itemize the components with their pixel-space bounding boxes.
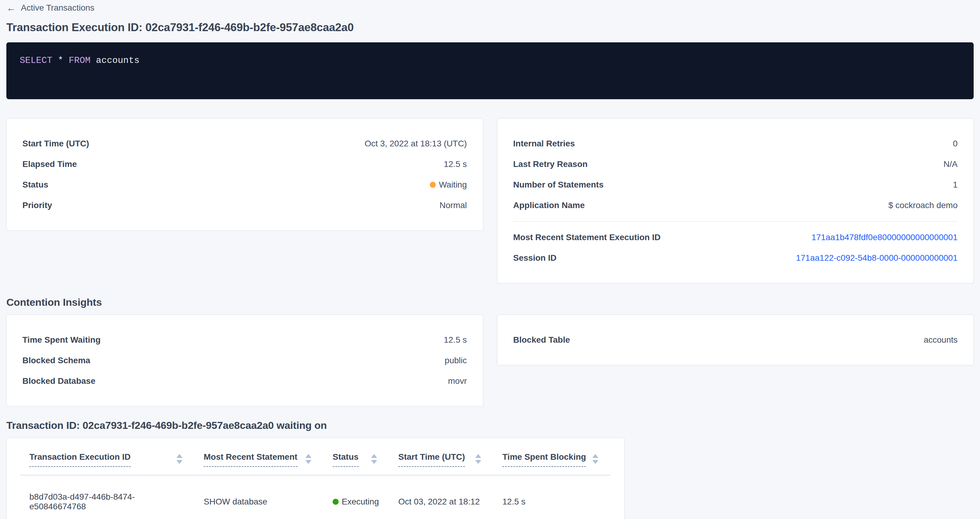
arrow-left-icon: ←: [6, 3, 16, 13]
waiting-on-table-card: Transaction Execution ID Most Recent Sta…: [6, 438, 624, 519]
transaction-summary-card: Start Time (UTC) Oct 3, 2022 at 18:13 (U…: [6, 119, 483, 230]
cell-status-text: Executing: [342, 497, 379, 506]
blocked-table-label: Blocked Table: [513, 335, 570, 345]
blocked-database-label: Blocked Database: [22, 376, 95, 386]
number-of-statements-row: Number of Statements 1: [513, 175, 958, 195]
session-id-link[interactable]: 171aa122-c092-54b8-0000-000000000001: [796, 253, 958, 263]
last-retry-reason-row: Last Retry Reason N/A: [513, 154, 958, 175]
status-value: Waiting: [430, 180, 467, 190]
internal-retries-row: Internal Retries 0: [513, 133, 958, 154]
page-title: Transaction Execution ID: 02ca7931-f246-…: [6, 21, 974, 34]
elapsed-time-row: Elapsed Time 12.5 s: [22, 154, 467, 175]
contention-cards-row: Time Spent Waiting 12.5 s Blocked Schema…: [6, 315, 974, 406]
internal-retries-value: 0: [953, 139, 958, 149]
table-header-row: Transaction Execution ID Most Recent Sta…: [20, 441, 611, 475]
executing-status-dot-icon: [332, 499, 339, 505]
contention-insights-heading: Contention Insights: [6, 297, 974, 308]
last-retry-reason-label: Last Retry Reason: [513, 159, 588, 169]
cell-most-recent-statement: SHOW database: [195, 475, 323, 519]
waiting-on-table: Transaction Execution ID Most Recent Sta…: [20, 441, 611, 519]
sql-statement-box: SELECT * FROM accounts: [6, 42, 974, 99]
back-link[interactable]: ← Active Transactions: [6, 0, 94, 13]
time-spent-waiting-label: Time Spent Waiting: [22, 335, 100, 345]
application-name-value: $ cockroach demo: [888, 200, 958, 210]
sql-table-name: accounts: [91, 56, 140, 66]
time-spent-waiting-value: 12.5 s: [444, 335, 467, 345]
priority-label: Priority: [22, 200, 52, 210]
session-id-label: Session ID: [513, 253, 557, 263]
blocked-table-row: Blocked Table accounts: [513, 330, 958, 350]
elapsed-time-value: 12.5 s: [444, 159, 467, 169]
cell-time-spent-blocking: 12.5 s: [493, 475, 611, 519]
col-transaction-execution-id[interactable]: Transaction Execution ID: [20, 441, 195, 475]
col-start-time[interactable]: Start Time (UTC): [389, 441, 493, 475]
cell-start-time: Oct 03, 2022 at 18:12: [389, 475, 493, 519]
cell-transaction-execution-id: b8d7d03a-d497-446b-8474-e50846674768: [20, 475, 195, 519]
number-of-statements-label: Number of Statements: [513, 180, 604, 190]
sort-icon[interactable]: [371, 452, 377, 464]
last-retry-reason-value: N/A: [943, 159, 958, 169]
internal-retries-label: Internal Retries: [513, 139, 575, 149]
blocked-database-value: movr: [448, 376, 467, 386]
col-start-time-label[interactable]: Start Time (UTC): [398, 452, 465, 467]
card-divider: [513, 221, 958, 222]
priority-row: Priority Normal: [22, 195, 467, 216]
col-transaction-execution-id-label[interactable]: Transaction Execution ID: [29, 452, 131, 467]
time-spent-waiting-row: Time Spent Waiting 12.5 s: [22, 330, 467, 350]
col-time-spent-blocking-label[interactable]: Time Spent Blocking: [503, 452, 586, 467]
status-value-text: Waiting: [439, 180, 467, 190]
priority-value: Normal: [439, 200, 467, 210]
blocked-table-value: accounts: [924, 335, 958, 345]
cell-status: Executing: [323, 475, 389, 519]
execution-details-card: Internal Retries 0 Last Retry Reason N/A…: [497, 119, 974, 283]
col-most-recent-statement[interactable]: Most Recent Statement: [195, 441, 323, 475]
status-label: Status: [22, 180, 48, 190]
session-id-row: Session ID 171aa122-c092-54b8-0000-00000…: [513, 248, 958, 268]
elapsed-time-label: Elapsed Time: [22, 159, 77, 169]
start-time-row: Start Time (UTC) Oct 3, 2022 at 18:13 (U…: [22, 133, 467, 154]
back-link-label: Active Transactions: [21, 3, 94, 13]
table-row: b8d7d03a-d497-446b-8474-e50846674768 SHO…: [20, 475, 611, 519]
waiting-on-heading: Transaction ID: 02ca7931-f246-469b-b2fe-…: [6, 419, 974, 431]
status-row: Status Waiting: [22, 175, 467, 195]
contention-waiting-card: Time Spent Waiting 12.5 s Blocked Schema…: [6, 315, 483, 406]
col-most-recent-statement-label[interactable]: Most Recent Statement: [204, 452, 298, 467]
col-status[interactable]: Status: [323, 441, 389, 475]
statement-execution-id-link[interactable]: 171aa1b478fdf0e80000000000000001: [811, 233, 958, 242]
application-name-label: Application Name: [513, 200, 585, 210]
statement-execution-id-label: Most Recent Statement Execution ID: [513, 233, 661, 242]
blocked-schema-row: Blocked Schema public: [22, 350, 467, 371]
number-of-statements-value: 1: [953, 180, 958, 190]
blocked-schema-value: public: [445, 356, 467, 365]
application-name-row: Application Name $ cockroach demo: [513, 195, 958, 216]
summary-cards-row: Start Time (UTC) Oct 3, 2022 at 18:13 (U…: [6, 119, 974, 283]
col-time-spent-blocking[interactable]: Time Spent Blocking: [493, 441, 611, 475]
sort-icon[interactable]: [592, 452, 598, 464]
blocked-schema-label: Blocked Schema: [22, 356, 90, 365]
start-time-label: Start Time (UTC): [22, 139, 89, 149]
sort-icon[interactable]: [177, 452, 183, 464]
sort-icon[interactable]: [305, 452, 312, 464]
contention-blocked-table-card: Blocked Table accounts: [497, 315, 974, 365]
waiting-status-dot-icon: [430, 182, 436, 188]
sort-icon[interactable]: [475, 452, 481, 464]
sql-star: *: [52, 56, 69, 66]
statement-execution-id-row: Most Recent Statement Execution ID 171aa…: [513, 227, 958, 248]
col-status-label[interactable]: Status: [332, 452, 359, 467]
sql-keyword-from: FROM: [69, 56, 91, 66]
start-time-value: Oct 3, 2022 at 18:13 (UTC): [365, 139, 467, 149]
blocked-database-row: Blocked Database movr: [22, 371, 467, 391]
sql-keyword-select: SELECT: [20, 56, 52, 66]
